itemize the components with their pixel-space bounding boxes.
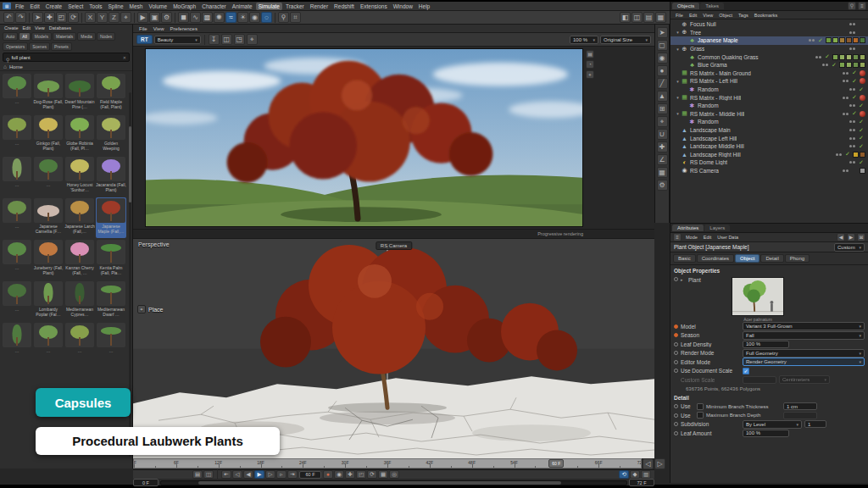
subdivision-amount-field[interactable]: 1 <box>804 420 826 428</box>
leaf-amount-field[interactable]: 100 % <box>743 430 789 437</box>
visibility-dots[interactable] <box>843 80 849 82</box>
visibility-dots[interactable] <box>849 120 855 123</box>
category-tab-presets[interactable]: Presets <box>51 42 72 51</box>
render-settings-icon[interactable]: ⚙ <box>161 12 172 23</box>
attr-tab-phong[interactable]: Phong <box>785 254 810 263</box>
coordinate-system-icon[interactable]: ⌖ <box>120 12 131 23</box>
breadcrumb[interactable]: Home <box>9 64 23 69</box>
redshift-material-tag[interactable] <box>860 78 865 84</box>
caret-icon[interactable]: ▾ <box>675 30 681 35</box>
texture-tag[interactable] <box>860 54 865 60</box>
section-object-properties[interactable]: Object Properties <box>670 266 868 275</box>
asset-item[interactable]: … <box>64 322 95 363</box>
object-row[interactable]: ▲Landscape Main✓ <box>670 126 868 135</box>
caret-icon[interactable]: ▾ <box>675 111 681 116</box>
object-axis-mode-icon[interactable]: ⌖ <box>657 116 668 127</box>
search-input[interactable] <box>11 55 120 60</box>
use-min-branch-checkbox[interactable] <box>697 403 704 410</box>
keyframe-dot[interactable] <box>674 351 678 355</box>
menu-edit[interactable]: Edit <box>27 3 42 10</box>
attr-tab-basic[interactable]: Basic <box>673 254 696 263</box>
expand-caret-icon[interactable] <box>681 277 686 282</box>
menu-redshift[interactable]: Redshift <box>331 3 357 10</box>
range-end-field[interactable]: 72 F <box>629 479 654 486</box>
undo-icon[interactable]: ↶ <box>3 12 14 23</box>
asset-item[interactable]: Kentia Palm (Fall, Pla… <box>96 239 126 280</box>
polygon-mode-icon[interactable]: ▲ <box>657 91 668 102</box>
record-scale-icon[interactable]: ◰ <box>356 470 366 479</box>
timeline-options-icon[interactable]: ▥ <box>641 470 651 479</box>
filter-tab-nodes[interactable]: Nodes <box>97 32 115 41</box>
asset-item[interactable]: … <box>2 156 32 197</box>
keyframe-dot[interactable] <box>674 324 678 329</box>
objects-menu-view[interactable]: View <box>700 12 715 19</box>
live-selection-mode-icon[interactable]: ➤ <box>657 27 668 38</box>
render-menu-file[interactable]: File <box>136 25 150 32</box>
texture-tag[interactable] <box>846 54 852 60</box>
panel-tab-objects[interactable]: Objects <box>672 3 699 9</box>
asset-item[interactable]: Japanese Camellia (F… <box>33 197 64 238</box>
save-image-icon[interactable]: ↧ <box>209 34 220 45</box>
object-row[interactable]: ▾▦RS Matrix - Left Hill✓ <box>670 77 868 86</box>
live-selection-icon[interactable]: ➤ <box>32 12 43 23</box>
attr-menu-mode[interactable]: Mode <box>683 234 700 241</box>
enabled-check-icon[interactable]: ✓ <box>858 159 865 166</box>
scrollbar-thumb[interactable] <box>198 481 561 485</box>
camera-objects-icon[interactable]: ◉ <box>249 12 260 23</box>
keyframe-dot[interactable] <box>674 422 678 426</box>
simulation-icon[interactable]: ≈ <box>225 12 236 23</box>
powerslider-mode-icon[interactable]: ▤ <box>192 470 203 479</box>
object-row[interactable]: ▾▦RS Matrix - Right Hill✓ <box>670 93 868 102</box>
season-select[interactable]: Fall <box>743 331 865 340</box>
texture-tag[interactable] <box>860 152 865 158</box>
goto-end-icon[interactable]: ⇥ <box>287 470 298 479</box>
redshift-material-tag[interactable] <box>860 111 865 117</box>
clear-search-icon[interactable] <box>123 55 126 60</box>
asset-item[interactable]: Mediterranean Dwarf … <box>96 280 126 321</box>
perspective-viewport[interactable]: Perspective RS Camera Place <box>133 238 654 458</box>
enabled-check-icon[interactable]: ✓ <box>831 62 837 69</box>
workplane-mode-icon[interactable]: ⊞ <box>657 103 668 114</box>
fit-select[interactable]: Original Size <box>600 36 651 44</box>
viewport-view-menu[interactable]: Perspective <box>138 241 170 247</box>
object-row[interactable]: ▲Landscape Middle Hill✓ <box>670 142 868 151</box>
lock-x-axis-icon[interactable]: X <box>85 12 96 23</box>
render-region-icon[interactable]: ◳ <box>234 34 245 45</box>
timeline-ruler[interactable]: 0F6F12F18F24F30F36F42F48F54F60F66F72F60 … <box>133 458 642 469</box>
objects-menu-tags[interactable]: Tags <box>736 12 751 19</box>
asset-item[interactable]: Dwarf Mountain Pine (… <box>64 73 95 114</box>
redshift-material-tag[interactable] <box>860 70 865 76</box>
attr-menu-user-data[interactable]: User Data <box>715 234 741 241</box>
enabled-check-icon[interactable]: ✓ <box>824 53 831 60</box>
zoom-select[interactable]: 100 % <box>570 36 598 44</box>
light-objects-icon[interactable]: ☀ <box>237 12 248 23</box>
visibility-dots[interactable] <box>849 137 855 140</box>
pixel-inspector-icon[interactable]: ⌖ <box>247 34 258 45</box>
asset-item[interactable]: Japanese Maple (Fall,… <box>96 197 126 238</box>
asset-item[interactable]: … <box>2 73 32 114</box>
redshift-material-tag[interactable] <box>860 95 865 101</box>
snapping-icon[interactable]: ⚲ <box>278 12 289 23</box>
preset-select[interactable]: Custom <box>834 243 865 252</box>
render-view-icon[interactable]: ▶ <box>137 12 148 23</box>
keyframe-dot[interactable] <box>674 277 678 281</box>
timeline-scrollbar[interactable] <box>160 480 627 485</box>
render-menu-preferences[interactable]: Preferences <box>168 25 200 32</box>
asset-item[interactable]: Juneberry (Fall, Plant) <box>33 239 64 280</box>
visibility-dots[interactable] <box>849 31 855 34</box>
next-key-marker-icon[interactable]: ▷ <box>654 458 665 469</box>
texture-tag[interactable] <box>846 37 852 43</box>
texture-tag[interactable] <box>826 37 832 43</box>
model-mode-icon[interactable]: ▢ <box>657 40 668 51</box>
keyframe-dot[interactable] <box>674 431 678 435</box>
asset-item[interactable]: Honey Locust 'Sunbur… <box>64 156 95 197</box>
spline-pen-icon[interactable]: ∿ <box>190 12 201 23</box>
menu-tracker[interactable]: Tracker <box>283 3 307 10</box>
menu-render[interactable]: Render <box>308 3 331 10</box>
rotate-tool-icon[interactable]: ⟳ <box>68 12 79 23</box>
object-row[interactable]: ▾⊕Tree <box>670 29 868 37</box>
enabled-check-icon[interactable]: ✓ <box>851 69 858 76</box>
menu-extensions[interactable]: Extensions <box>358 3 390 10</box>
enabled-check-icon[interactable]: ✓ <box>858 86 865 93</box>
visibility-dots[interactable] <box>849 88 855 91</box>
